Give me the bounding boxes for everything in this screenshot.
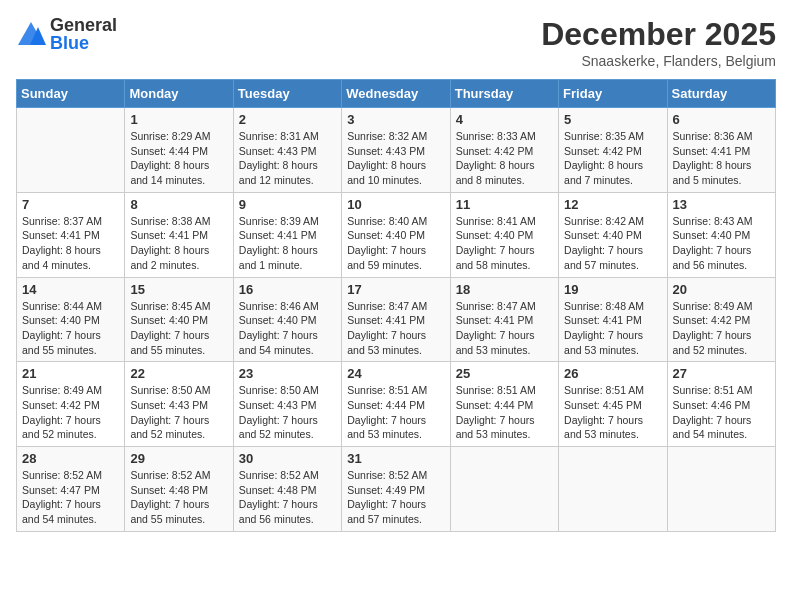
day-number: 9: [239, 197, 336, 212]
calendar-cell: [450, 447, 558, 532]
day-number: 1: [130, 112, 227, 127]
day-info: Sunrise: 8:47 AM Sunset: 4:41 PM Dayligh…: [347, 299, 444, 358]
day-info: Sunrise: 8:49 AM Sunset: 4:42 PM Dayligh…: [673, 299, 770, 358]
day-info: Sunrise: 8:38 AM Sunset: 4:41 PM Dayligh…: [130, 214, 227, 273]
day-number: 23: [239, 366, 336, 381]
day-number: 7: [22, 197, 119, 212]
calendar-cell: [667, 447, 775, 532]
calendar-cell: 3Sunrise: 8:32 AM Sunset: 4:43 PM Daylig…: [342, 108, 450, 193]
day-number: 22: [130, 366, 227, 381]
day-number: 28: [22, 451, 119, 466]
day-number: 29: [130, 451, 227, 466]
day-info: Sunrise: 8:37 AM Sunset: 4:41 PM Dayligh…: [22, 214, 119, 273]
day-info: Sunrise: 8:50 AM Sunset: 4:43 PM Dayligh…: [130, 383, 227, 442]
calendar-week-row: 21Sunrise: 8:49 AM Sunset: 4:42 PM Dayli…: [17, 362, 776, 447]
calendar-cell: 21Sunrise: 8:49 AM Sunset: 4:42 PM Dayli…: [17, 362, 125, 447]
day-info: Sunrise: 8:39 AM Sunset: 4:41 PM Dayligh…: [239, 214, 336, 273]
calendar-week-row: 1Sunrise: 8:29 AM Sunset: 4:44 PM Daylig…: [17, 108, 776, 193]
calendar-cell: 29Sunrise: 8:52 AM Sunset: 4:48 PM Dayli…: [125, 447, 233, 532]
day-info: Sunrise: 8:45 AM Sunset: 4:40 PM Dayligh…: [130, 299, 227, 358]
day-info: Sunrise: 8:33 AM Sunset: 4:42 PM Dayligh…: [456, 129, 553, 188]
day-info: Sunrise: 8:42 AM Sunset: 4:40 PM Dayligh…: [564, 214, 661, 273]
day-info: Sunrise: 8:40 AM Sunset: 4:40 PM Dayligh…: [347, 214, 444, 273]
day-info: Sunrise: 8:32 AM Sunset: 4:43 PM Dayligh…: [347, 129, 444, 188]
day-info: Sunrise: 8:51 AM Sunset: 4:45 PM Dayligh…: [564, 383, 661, 442]
calendar-cell: [17, 108, 125, 193]
weekday-header-sunday: Sunday: [17, 80, 125, 108]
title-area: December 2025 Snaaskerke, Flanders, Belg…: [541, 16, 776, 69]
day-number: 27: [673, 366, 770, 381]
day-info: Sunrise: 8:46 AM Sunset: 4:40 PM Dayligh…: [239, 299, 336, 358]
calendar-week-row: 7Sunrise: 8:37 AM Sunset: 4:41 PM Daylig…: [17, 192, 776, 277]
day-info: Sunrise: 8:35 AM Sunset: 4:42 PM Dayligh…: [564, 129, 661, 188]
day-info: Sunrise: 8:29 AM Sunset: 4:44 PM Dayligh…: [130, 129, 227, 188]
calendar-cell: 5Sunrise: 8:35 AM Sunset: 4:42 PM Daylig…: [559, 108, 667, 193]
day-info: Sunrise: 8:31 AM Sunset: 4:43 PM Dayligh…: [239, 129, 336, 188]
calendar-cell: 12Sunrise: 8:42 AM Sunset: 4:40 PM Dayli…: [559, 192, 667, 277]
weekday-header-row: SundayMondayTuesdayWednesdayThursdayFrid…: [17, 80, 776, 108]
day-number: 30: [239, 451, 336, 466]
day-info: Sunrise: 8:52 AM Sunset: 4:48 PM Dayligh…: [130, 468, 227, 527]
day-number: 3: [347, 112, 444, 127]
calendar-cell: 24Sunrise: 8:51 AM Sunset: 4:44 PM Dayli…: [342, 362, 450, 447]
calendar-table: SundayMondayTuesdayWednesdayThursdayFrid…: [16, 79, 776, 532]
day-number: 17: [347, 282, 444, 297]
day-number: 16: [239, 282, 336, 297]
calendar-cell: 14Sunrise: 8:44 AM Sunset: 4:40 PM Dayli…: [17, 277, 125, 362]
day-number: 5: [564, 112, 661, 127]
day-number: 26: [564, 366, 661, 381]
weekday-header-friday: Friday: [559, 80, 667, 108]
month-title: December 2025: [541, 16, 776, 53]
day-info: Sunrise: 8:51 AM Sunset: 4:44 PM Dayligh…: [347, 383, 444, 442]
calendar-cell: 28Sunrise: 8:52 AM Sunset: 4:47 PM Dayli…: [17, 447, 125, 532]
day-info: Sunrise: 8:49 AM Sunset: 4:42 PM Dayligh…: [22, 383, 119, 442]
day-number: 31: [347, 451, 444, 466]
calendar-cell: 30Sunrise: 8:52 AM Sunset: 4:48 PM Dayli…: [233, 447, 341, 532]
day-number: 24: [347, 366, 444, 381]
day-info: Sunrise: 8:43 AM Sunset: 4:40 PM Dayligh…: [673, 214, 770, 273]
calendar-cell: 2Sunrise: 8:31 AM Sunset: 4:43 PM Daylig…: [233, 108, 341, 193]
day-info: Sunrise: 8:51 AM Sunset: 4:44 PM Dayligh…: [456, 383, 553, 442]
day-info: Sunrise: 8:50 AM Sunset: 4:43 PM Dayligh…: [239, 383, 336, 442]
logo-blue-text: Blue: [50, 34, 117, 52]
calendar-cell: 19Sunrise: 8:48 AM Sunset: 4:41 PM Dayli…: [559, 277, 667, 362]
weekday-header-tuesday: Tuesday: [233, 80, 341, 108]
day-number: 10: [347, 197, 444, 212]
calendar-cell: 6Sunrise: 8:36 AM Sunset: 4:41 PM Daylig…: [667, 108, 775, 193]
logo: General Blue: [16, 16, 117, 52]
calendar-cell: 25Sunrise: 8:51 AM Sunset: 4:44 PM Dayli…: [450, 362, 558, 447]
weekday-header-thursday: Thursday: [450, 80, 558, 108]
calendar-cell: [559, 447, 667, 532]
day-number: 13: [673, 197, 770, 212]
calendar-cell: 22Sunrise: 8:50 AM Sunset: 4:43 PM Dayli…: [125, 362, 233, 447]
day-number: 4: [456, 112, 553, 127]
calendar-cell: 31Sunrise: 8:52 AM Sunset: 4:49 PM Dayli…: [342, 447, 450, 532]
calendar-cell: 9Sunrise: 8:39 AM Sunset: 4:41 PM Daylig…: [233, 192, 341, 277]
day-number: 6: [673, 112, 770, 127]
day-number: 11: [456, 197, 553, 212]
calendar-cell: 11Sunrise: 8:41 AM Sunset: 4:40 PM Dayli…: [450, 192, 558, 277]
day-info: Sunrise: 8:52 AM Sunset: 4:48 PM Dayligh…: [239, 468, 336, 527]
day-info: Sunrise: 8:52 AM Sunset: 4:47 PM Dayligh…: [22, 468, 119, 527]
day-number: 21: [22, 366, 119, 381]
day-info: Sunrise: 8:41 AM Sunset: 4:40 PM Dayligh…: [456, 214, 553, 273]
calendar-cell: 10Sunrise: 8:40 AM Sunset: 4:40 PM Dayli…: [342, 192, 450, 277]
day-number: 20: [673, 282, 770, 297]
day-number: 8: [130, 197, 227, 212]
day-number: 2: [239, 112, 336, 127]
day-number: 14: [22, 282, 119, 297]
calendar-cell: 4Sunrise: 8:33 AM Sunset: 4:42 PM Daylig…: [450, 108, 558, 193]
calendar-cell: 16Sunrise: 8:46 AM Sunset: 4:40 PM Dayli…: [233, 277, 341, 362]
logo-icon: [16, 19, 46, 49]
calendar-week-row: 14Sunrise: 8:44 AM Sunset: 4:40 PM Dayli…: [17, 277, 776, 362]
calendar-week-row: 28Sunrise: 8:52 AM Sunset: 4:47 PM Dayli…: [17, 447, 776, 532]
day-number: 12: [564, 197, 661, 212]
calendar-cell: 1Sunrise: 8:29 AM Sunset: 4:44 PM Daylig…: [125, 108, 233, 193]
logo-general-text: General: [50, 16, 117, 34]
day-info: Sunrise: 8:51 AM Sunset: 4:46 PM Dayligh…: [673, 383, 770, 442]
weekday-header-wednesday: Wednesday: [342, 80, 450, 108]
day-number: 15: [130, 282, 227, 297]
calendar-cell: 26Sunrise: 8:51 AM Sunset: 4:45 PM Dayli…: [559, 362, 667, 447]
calendar-cell: 20Sunrise: 8:49 AM Sunset: 4:42 PM Dayli…: [667, 277, 775, 362]
header: General Blue December 2025 Snaaskerke, F…: [16, 16, 776, 69]
